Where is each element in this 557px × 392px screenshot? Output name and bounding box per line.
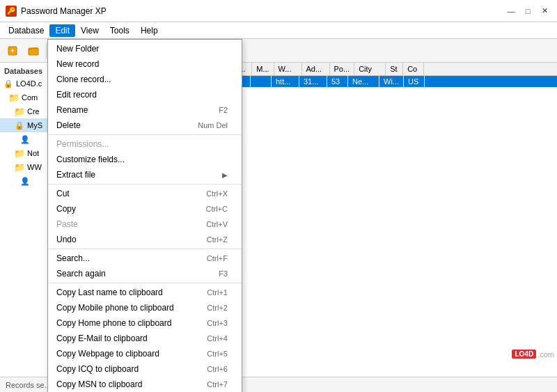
menu-sep-3 bbox=[48, 249, 242, 249]
sidebar-item-ww-label: WW bbox=[27, 163, 42, 171]
menu-item-copy-msn[interactable]: Copy MSN to clipboard Ctrl+7 bbox=[48, 377, 242, 392]
menu-item-new-record[interactable]: New record bbox=[48, 56, 242, 72]
db-icon: 🔒 bbox=[3, 78, 14, 89]
copy-msn-shortcut: Ctrl+7 bbox=[207, 380, 228, 389]
menu-sep-1 bbox=[48, 134, 242, 135]
menu-item-cut[interactable]: Cut Ctrl+X bbox=[48, 186, 242, 201]
sidebar-item-lo4d-label: LO4D.c bbox=[16, 79, 42, 88]
copy-home-shortcut: Ctrl+3 bbox=[207, 319, 228, 327]
menu-item-customize-label: Customize fields... bbox=[56, 155, 125, 164]
col-header-co[interactable]: Co bbox=[403, 63, 424, 75]
menu-item-undo[interactable]: Undo Ctrl+Z bbox=[48, 232, 242, 247]
title-bar-controls: — □ ✕ bbox=[504, 4, 551, 18]
menu-item-extract[interactable]: Extract file ▶ bbox=[48, 167, 242, 182]
delete-shortcut: Num Del bbox=[198, 121, 228, 130]
menu-item-copy[interactable]: Copy Ctrl+C bbox=[48, 201, 242, 217]
menu-edit[interactable]: Edit bbox=[49, 24, 75, 37]
menu-item-rename-label: Rename bbox=[56, 105, 88, 115]
menu-item-search[interactable]: Search... Ctrl+F bbox=[48, 251, 242, 266]
menu-item-copy-webpage[interactable]: Copy Webpage to clipboard Ctrl+5 bbox=[48, 346, 242, 361]
edit-dropdown-menu: New Folder New record Clone record... Ed… bbox=[47, 39, 242, 392]
sidebar-item-com-label: Com bbox=[22, 93, 38, 102]
menu-bar: Database Edit View Tools Help bbox=[0, 22, 557, 39]
col-header-city[interactable]: City bbox=[354, 63, 386, 75]
rename-shortcut: F2 bbox=[219, 106, 228, 114]
person-icon-2: 👤 bbox=[19, 175, 31, 187]
menu-item-copy-lastname-label: Copy Last name to clipboard bbox=[56, 288, 163, 297]
menu-item-copy-home[interactable]: Copy Home phone to clipboard Ctrl+3 bbox=[48, 315, 242, 331]
menu-view[interactable]: View bbox=[75, 24, 104, 37]
copy-icq-shortcut: Ctrl+6 bbox=[207, 365, 228, 373]
watermark: LO4D .com bbox=[512, 350, 554, 359]
toolbar-sep-1 bbox=[46, 43, 47, 58]
paste-shortcut: Ctrl+V bbox=[206, 220, 228, 228]
menu-item-copy-webpage-label: Copy Webpage to clipboard bbox=[56, 349, 159, 359]
title-bar: 🔑 Password Manager XP — □ ✕ bbox=[0, 0, 557, 22]
folder-icon-2: 📁 bbox=[14, 106, 25, 117]
menu-item-copy-icq-label: Copy ICQ to clipboard bbox=[56, 364, 139, 374]
cell-co: US bbox=[404, 76, 425, 87]
menu-item-copy-icq[interactable]: Copy ICQ to clipboard Ctrl+6 bbox=[48, 361, 242, 377]
sidebar-item-not-label: Not bbox=[27, 149, 39, 157]
menu-sep-2 bbox=[48, 184, 242, 185]
menu-item-permissions-label: Permissions... bbox=[56, 139, 109, 149]
menu-help[interactable]: Help bbox=[135, 24, 164, 37]
menu-tools[interactable]: Tools bbox=[104, 24, 135, 37]
col-header-ad[interactable]: Ad... bbox=[302, 63, 330, 75]
menu-item-edit-record-label: Edit record bbox=[56, 90, 97, 100]
col-header-po[interactable]: Po... bbox=[330, 63, 355, 75]
submenu-arrow: ▶ bbox=[222, 171, 228, 179]
folder-icon-4: 📁 bbox=[14, 162, 25, 173]
copy-shortcut: Ctrl+C bbox=[206, 205, 228, 213]
copy-mobile-shortcut: Ctrl+2 bbox=[207, 304, 228, 312]
cell-w: htt... bbox=[272, 76, 299, 87]
menu-item-customize[interactable]: Customize fields... bbox=[48, 152, 242, 167]
minimize-button[interactable]: — bbox=[504, 4, 518, 18]
col-header-w[interactable]: W... bbox=[274, 63, 302, 75]
menu-item-delete[interactable]: Delete Num Del bbox=[48, 118, 242, 133]
menu-item-clone-record[interactable]: Clone record... bbox=[48, 72, 242, 87]
sidebar-item-cre-label: Cre bbox=[27, 107, 40, 116]
toolbar-open[interactable] bbox=[24, 41, 43, 61]
col-header-st[interactable]: St bbox=[386, 63, 403, 75]
cell-city: Ne... bbox=[348, 76, 379, 87]
menu-item-copy-label: Copy bbox=[56, 204, 76, 214]
cell-ad: 31... bbox=[299, 76, 327, 87]
menu-item-rename[interactable]: Rename F2 bbox=[48, 102, 242, 118]
watermark-suffix: .com bbox=[538, 350, 554, 359]
cell-mo2 bbox=[251, 76, 272, 87]
menu-database[interactable]: Database bbox=[3, 24, 49, 37]
menu-item-edit-record[interactable]: Edit record bbox=[48, 87, 242, 102]
menu-item-delete-label: Delete bbox=[56, 120, 81, 130]
undo-shortcut: Ctrl+Z bbox=[207, 235, 228, 244]
maximize-button[interactable]: □ bbox=[521, 4, 535, 18]
col-header-mo2[interactable]: M... bbox=[252, 63, 274, 75]
menu-item-undo-label: Undo bbox=[56, 235, 77, 244]
title-bar-left: 🔑 Password Manager XP bbox=[6, 6, 107, 17]
menu-item-search-again-label: Search again bbox=[56, 269, 106, 279]
menu-item-copy-mobile-label: Copy Mobile phone to clipboard bbox=[56, 303, 174, 313]
menu-item-extract-label: Extract file bbox=[56, 170, 95, 180]
cell-st: Wi... bbox=[379, 76, 404, 87]
app-icon: 🔑 bbox=[6, 6, 17, 17]
menu-item-search-again[interactable]: Search again F3 bbox=[48, 266, 242, 281]
search-again-shortcut: F3 bbox=[219, 269, 228, 278]
menu-item-cut-label: Cut bbox=[56, 189, 70, 198]
menu-item-new-folder[interactable]: New Folder bbox=[48, 41, 242, 56]
menu-item-copy-home-label: Copy Home phone to clipboard bbox=[56, 318, 171, 328]
menu-item-copy-mobile[interactable]: Copy Mobile phone to clipboard Ctrl+2 bbox=[48, 300, 242, 315]
menu-item-paste[interactable]: Paste Ctrl+V bbox=[48, 217, 242, 232]
db-icon-2: 🔒 bbox=[14, 120, 25, 131]
menu-item-copy-email-label: Copy E-Mail to clipboard bbox=[56, 334, 148, 343]
copy-webpage-shortcut: Ctrl+5 bbox=[207, 350, 228, 358]
menu-item-copy-email[interactable]: Copy E-Mail to clipboard Ctrl+4 bbox=[48, 331, 242, 346]
menu-item-new-folder-label: New Folder bbox=[56, 44, 99, 54]
status-text: Records se... bbox=[6, 381, 51, 389]
toolbar-new-db[interactable]: + bbox=[3, 41, 22, 61]
menu-item-permissions[interactable]: Permissions... bbox=[48, 136, 242, 152]
cut-shortcut: Ctrl+X bbox=[206, 189, 228, 198]
close-button[interactable]: ✕ bbox=[538, 4, 551, 18]
app-title: Password Manager XP bbox=[21, 6, 107, 16]
menu-item-clone-record-label: Clone record... bbox=[56, 75, 111, 84]
menu-item-copy-lastname[interactable]: Copy Last name to clipboard Ctrl+1 bbox=[48, 285, 242, 300]
